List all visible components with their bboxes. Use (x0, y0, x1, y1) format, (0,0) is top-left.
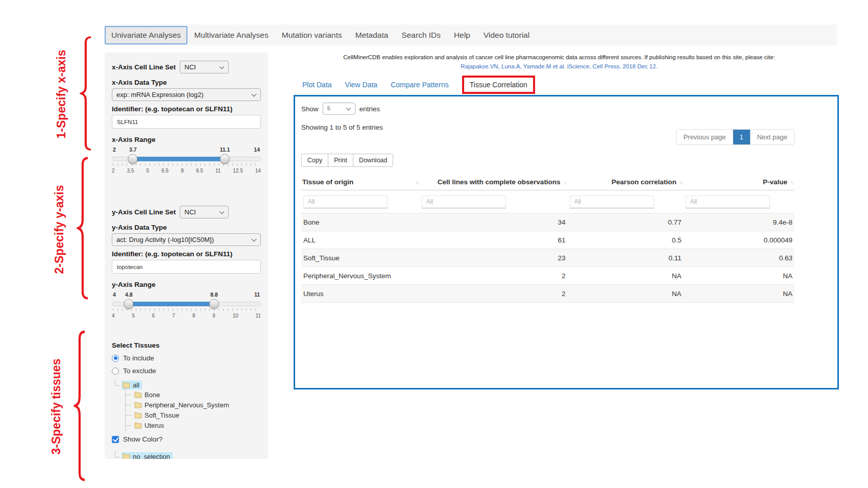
value-cell: 0.77 (568, 213, 684, 231)
red-annotation-box: Tissue Correlation (462, 76, 535, 94)
y-data-type-select[interactable]: act: Drug Activity (-log10[IC50M]) (112, 233, 261, 246)
value-cell: 0.5 (568, 231, 684, 249)
tab-compare-patterns[interactable]: Compare Patterns (391, 81, 449, 89)
slider-ruler (113, 308, 260, 311)
sort-icon[interactable]: ↑↓ (790, 179, 793, 185)
no-selection-item[interactable]: no_selection (115, 452, 261, 459)
folder-icon (123, 453, 130, 459)
radio-selected-icon (112, 355, 119, 362)
top-nav-bar: Univariate AnalysesMultivariate Analyses… (105, 25, 837, 45)
table-row-peripheral-nervous-system: Peripheral_Nervous_System2NANA (301, 267, 794, 285)
tissue-tree-item-peripheral-nervous-system[interactable]: Peripheral_Nervous_System (126, 400, 261, 410)
y-identifier-label: Identifier: (e.g. topotecan or SLFN11) (112, 250, 261, 258)
slider-to-value: 8.8 (210, 291, 218, 298)
y-range-handle-left[interactable] (124, 299, 134, 309)
slider-tick-label: 14 (255, 168, 261, 174)
filter-input-pearson-correlation[interactable] (570, 196, 654, 208)
slider-tick-label: 2 (112, 168, 115, 174)
x-cell-line-set-value: NCI (184, 63, 196, 71)
x-range-handle-right[interactable] (220, 154, 230, 164)
y-cell-line-set-select[interactable]: NCI (180, 206, 229, 218)
results-panel: Show 5 entries Showing 1 to 5 of 5 entri… (294, 95, 839, 389)
sort-icon[interactable]: ↑↓ (563, 179, 567, 185)
slider-tick-label: 7 (172, 313, 175, 319)
value-cell: NA (684, 267, 794, 285)
x-range-slider: 2 14 3.7 11.1 23.556.589.51112.514 (112, 145, 261, 178)
value-cell: 61 (420, 231, 568, 249)
print-button[interactable]: Print (328, 154, 353, 167)
nav-tab-help[interactable]: Help (447, 26, 477, 44)
x-identifier-input[interactable] (112, 115, 261, 129)
slider-tick-label: 5 (132, 313, 135, 319)
y-range-label: y-Axis Range (112, 281, 261, 288)
tissues-exclude-radio[interactable]: To exclude (112, 367, 261, 375)
annotation-brace-2 (77, 156, 88, 300)
page-1-button[interactable]: 1 (733, 130, 750, 144)
nav-tab-univariate-analyses[interactable]: Univariate Analyses (105, 26, 187, 44)
show-color-label: Show Color? (123, 435, 162, 443)
tissue-cell: ALL (301, 231, 420, 249)
exclude-label: To exclude (123, 367, 156, 375)
tissue-cell: Uterus (301, 285, 420, 303)
nav-tab-mutation-variants[interactable]: Mutation variants (275, 26, 349, 44)
nav-tab-multivariate-analyses[interactable]: Multivariate Analyses (187, 26, 275, 44)
tissue-tree-root[interactable]: all (115, 381, 261, 389)
tissue-tree-item-soft-tissue[interactable]: Soft_Tissue (126, 410, 261, 420)
y-cell-line-set-row: y-Axis Cell Line Set NCI (112, 206, 261, 218)
x-range-handle-left[interactable] (128, 154, 138, 164)
show-color-checkbox-row[interactable]: Show Color? (112, 435, 261, 443)
filter-input-p-value[interactable] (686, 196, 770, 208)
chevron-down-icon (252, 91, 257, 96)
y-range-handle-right[interactable] (209, 299, 219, 309)
x-data-type-select[interactable]: exp: mRNA Expression (log2) (112, 88, 261, 101)
filter-input-cell-lines-with-complete-observations[interactable] (422, 196, 506, 208)
entries-select[interactable]: 5 (323, 103, 355, 115)
tab-tissue-correlation[interactable]: Tissue Correlation (470, 81, 527, 89)
y-identifier-input[interactable] (112, 260, 261, 274)
nav-tab-video-tutorial[interactable]: Video tutorial (477, 26, 536, 44)
pagination: Previous page 1 Next page (676, 129, 794, 145)
value-cell: NA (684, 285, 794, 303)
sort-icon[interactable]: ↑↓ (415, 179, 419, 185)
include-label: To include (123, 354, 154, 362)
download-button[interactable]: Download (353, 154, 394, 167)
tissue-tree-item-uterus[interactable]: Uterus (126, 420, 261, 430)
table-row-bone: Bone340.779.4e-8 (301, 213, 794, 231)
table-filter-row (301, 190, 794, 213)
copy-button[interactable]: Copy (301, 154, 328, 167)
nav-tab-metadata[interactable]: Metadata (349, 26, 395, 44)
tab-view-data[interactable]: View Data (345, 81, 378, 89)
table-row-uterus: Uterus2NANA (301, 285, 794, 303)
slider-to-value: 11.1 (220, 147, 230, 153)
x-identifier-label: Identifier: (e.g. topotecan or SLFN11) (112, 105, 261, 113)
tree-item-label: Bone (144, 391, 160, 399)
tree-item-label: Uterus (144, 422, 164, 429)
nav-tab-search-ids[interactable]: Search IDs (395, 26, 447, 44)
sort-icon[interactable]: ↑↓ (679, 179, 683, 185)
next-page-button[interactable]: Next page (750, 130, 794, 144)
slider-tick-label: 10 (233, 313, 238, 319)
folder-icon (134, 392, 142, 398)
filter-input-tissue-of-origin[interactable] (303, 196, 388, 208)
column-header-label: P-value (763, 178, 787, 186)
x-cell-line-set-select[interactable]: NCI (180, 61, 229, 74)
slider-tick-label: 6.5 (161, 168, 168, 174)
x-cell-line-set-label: x-Axis Cell Line Set (112, 63, 176, 71)
tissue-cell: Bone (301, 213, 420, 231)
y-cell-line-set-label: y-Axis Cell Line Set (112, 208, 176, 216)
folder-icon (134, 402, 142, 408)
tissue-tree-item-bone[interactable]: Bone (126, 389, 261, 400)
tissue-correlation-table: Tissue of origin↑↓Cell lines with comple… (301, 174, 794, 303)
slider-tick-label: 6 (152, 313, 155, 319)
value-cell: 0.11 (568, 249, 684, 267)
table-head: Tissue of origin↑↓Cell lines with comple… (301, 174, 794, 213)
show-label: Show (301, 105, 319, 113)
x-data-type-value: exp: mRNA Expression (log2) (116, 91, 204, 99)
tree-root-label: all (133, 381, 139, 389)
previous-page-button[interactable]: Previous page (677, 130, 732, 144)
citation-link[interactable]: Rajapakse.VN, Luna.A, Yamade.M et al. iS… (278, 62, 840, 71)
tree-connector (115, 451, 120, 457)
tissues-include-radio[interactable]: To include (112, 354, 261, 362)
tab-plot-data[interactable]: Plot Data (302, 81, 332, 89)
slider-from-value: 3.7 (129, 147, 137, 153)
